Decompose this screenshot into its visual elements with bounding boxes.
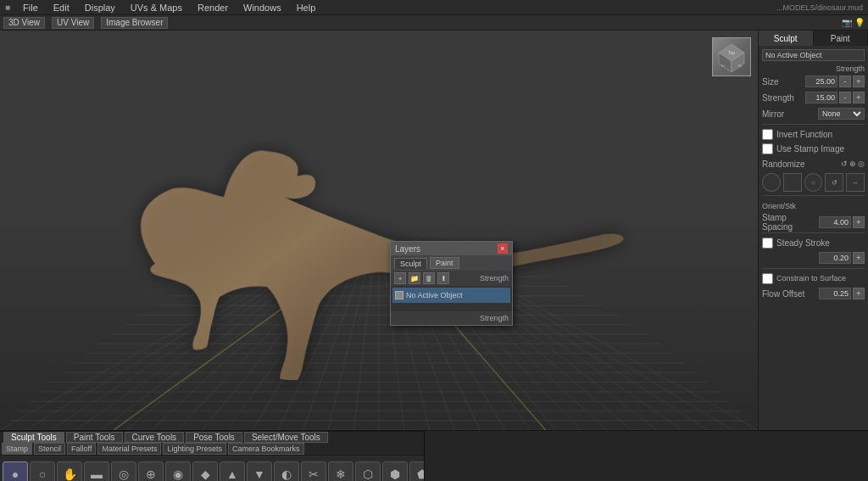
stamp-spacing-row: Stamp Spacing + (762, 215, 865, 229)
size-input[interactable] (805, 76, 837, 87)
svg-text:Top: Top (728, 50, 735, 55)
tab-pose-tools[interactable]: Pose Tools (186, 432, 242, 443)
size-label: Size (762, 77, 778, 87)
tool-knife[interactable]: ✂ (301, 461, 326, 482)
nav-cube[interactable]: Top Fr Ri (712, 37, 751, 76)
constrain-row: Constrain to Surface (762, 272, 865, 284)
tool-grab[interactable]: ✋ (57, 461, 82, 482)
object-name-bar: No Active Object (762, 49, 865, 61)
brush-rotate-btn[interactable]: ↺ (825, 173, 843, 192)
layers-folder-btn[interactable]: 📁 (409, 272, 420, 284)
app-icon: ■ (5, 3, 10, 12)
stamp-spacing-input[interactable] (819, 216, 851, 228)
layers-strength-label2: Strength (480, 314, 509, 322)
use-stamp-checkbox[interactable] (762, 143, 773, 154)
stamp-tab-stencil[interactable]: Stencil (34, 443, 65, 455)
tool-scrape[interactable]: ▼ (247, 461, 272, 482)
stamp-bar: Stamp Stencil Falloff Material Presets L… (0, 443, 424, 455)
flow-label: Flow Offset (762, 289, 804, 299)
menu-display[interactable]: Display (82, 3, 118, 13)
tool-wax[interactable]: ▲ (220, 461, 245, 482)
steady-stroke-checkbox[interactable] (762, 238, 773, 249)
size-minus-btn[interactable]: - (839, 76, 851, 87)
rpanel-tab-paint[interactable]: Paint (814, 31, 869, 46)
tool-fill[interactable]: ◐ (274, 461, 299, 482)
stamp-tab-camera[interactable]: Camera Bookmarks (228, 443, 304, 455)
stamp-spacing-plus-btn[interactable]: + (853, 216, 865, 228)
invert-function-checkbox[interactable] (762, 129, 773, 140)
orient-label: Orient/Stk (762, 202, 796, 210)
menu-file[interactable]: File (20, 3, 41, 13)
menu-windows[interactable]: Windows (241, 3, 284, 13)
separator3 (762, 232, 865, 233)
stamp-tab-lighting[interactable]: Lighting Presets (163, 443, 226, 455)
stamp-spacing-value: + (819, 216, 865, 228)
steady-plus-btn[interactable]: + (853, 252, 865, 264)
camera-icon: 📷 (842, 18, 852, 27)
tool-repeat[interactable]: ◉ (165, 461, 191, 482)
size-plus-btn[interactable]: + (853, 76, 865, 87)
tab-paint-tools[interactable]: Paint Tools (66, 432, 123, 443)
separator2 (762, 195, 865, 196)
uvview-btn[interactable]: UV View (52, 17, 94, 29)
layers-title: Layers (395, 244, 420, 254)
strength-input[interactable] (805, 92, 837, 103)
tool-freeze[interactable]: ❄ (328, 461, 353, 482)
strength-value-group: - + (805, 92, 865, 103)
layers-add-btn[interactable]: + (394, 272, 406, 284)
stamp-tab-stamp[interactable]: Stamp (2, 443, 32, 455)
menu-help[interactable]: Help (294, 3, 319, 13)
flow-input[interactable] (819, 288, 851, 299)
viewport[interactable]: Camera Lighting Shading Top Fr Ri Layers… (0, 31, 758, 430)
image-browser-btn[interactable]: Image Browser (101, 17, 168, 29)
use-stamp-label: Use Stamp Image (776, 144, 844, 154)
layers-move-btn[interactable]: ⬆ (437, 272, 449, 284)
strength-header: Strength (836, 64, 865, 73)
flow-plus-btn[interactable]: + (853, 288, 865, 299)
tool-imprint[interactable]: ◆ (192, 461, 218, 482)
menu-render[interactable]: Render (195, 3, 231, 13)
tool-mask[interactable]: ⬡ (355, 461, 381, 482)
mirror-label: Mirror (762, 109, 784, 119)
tool-sculpt[interactable]: ● (3, 461, 28, 482)
menu-edit[interactable]: Edit (51, 3, 72, 13)
mirror-select[interactable]: None X Y Z (818, 108, 865, 120)
tool-pinch[interactable]: ⬢ (382, 461, 408, 482)
tool-flatten[interactable]: ▬ (84, 461, 109, 482)
menu-bar: ■ File Edit Display UVs & Maps Render Wi… (0, 0, 868, 15)
steady-input[interactable] (819, 252, 851, 264)
size-value-group: - + (805, 76, 865, 87)
layers-close-btn[interactable]: × (498, 243, 508, 254)
strength-minus-btn[interactable]: - (839, 92, 851, 103)
brush-shape2[interactable] (783, 173, 802, 192)
rpanel-tab-sculpt[interactable]: Sculpt (759, 31, 814, 46)
3dview-btn[interactable]: 3D View (3, 17, 45, 29)
layers-delete-btn[interactable]: 🗑 (423, 272, 435, 284)
tool-foamy[interactable]: ◎ (111, 461, 136, 482)
bottom-tool-tabs: Sculpt Tools Paint Tools Curve Tools Pos… (0, 431, 424, 443)
brush-shape3[interactable]: ○ (804, 173, 823, 192)
menu-uvs[interactable]: UVs & Maps (128, 3, 185, 13)
strength-plus-btn[interactable]: + (853, 92, 865, 103)
layers-tab-paint[interactable]: Paint (430, 257, 459, 269)
layer-item[interactable]: No Active Object (392, 288, 510, 303)
light-icon: 💡 (854, 18, 865, 27)
tool-spray[interactable]: ⊕ (138, 461, 164, 482)
constrain-checkbox[interactable] (762, 273, 773, 284)
sculpt-tools-row: ● ○ ✋ ▬ ◎ ⊕ ◉ ◆ ▲ ▼ ◐ ✂ ❄ ⬡ ⬢ ⬟ (0, 455, 438, 481)
object-name: No Active Object (765, 51, 822, 59)
tool-smooth[interactable]: ○ (30, 461, 55, 482)
stamp-tab-falloff[interactable]: Falloff (67, 443, 96, 455)
tab-curve-tools[interactable]: Curve Tools (125, 432, 185, 443)
bottom-area: Sculpt Tools Paint Tools Curve Tools Pos… (0, 430, 868, 481)
stamp-tab-material[interactable]: Material Presets (97, 443, 161, 455)
svg-text:Ri: Ri (738, 64, 742, 68)
tab-select-move-tools[interactable]: Select/Move Tools (244, 432, 328, 443)
separator4 (762, 268, 865, 269)
tab-sculpt-tools[interactable]: Sculpt Tools (3, 432, 64, 443)
brush-shape1[interactable] (762, 173, 781, 192)
layers-toolbar: + 📁 🗑 ⬆ Strength (391, 271, 512, 286)
layers-tab-sculpt[interactable]: Sculpt (394, 258, 427, 269)
brush-flip-btn[interactable]: ↔ (846, 173, 865, 192)
layer-visibility-icon[interactable] (395, 291, 403, 299)
